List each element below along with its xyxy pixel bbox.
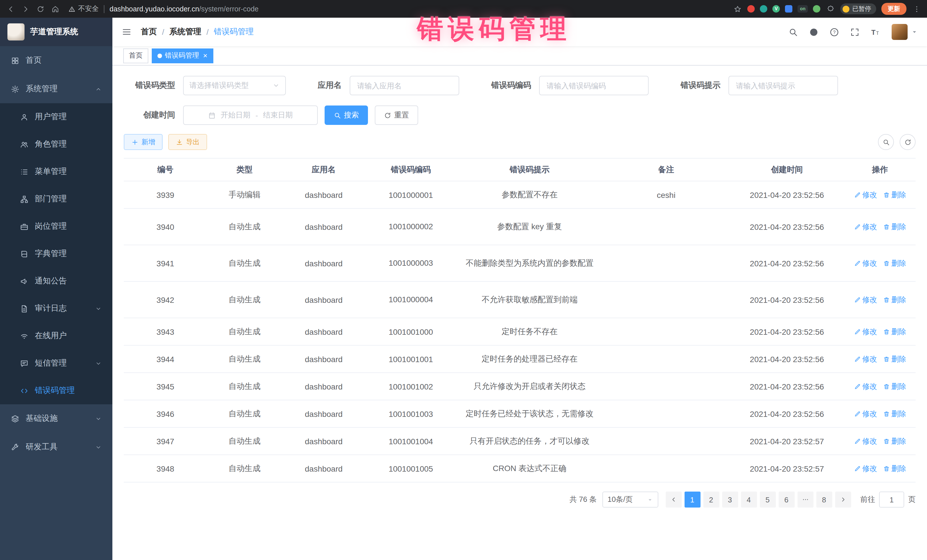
sidebar-item-user[interactable]: 用户管理	[0, 103, 112, 131]
edit-link[interactable]: 修改	[854, 408, 877, 419]
delete-link[interactable]: 删除	[883, 381, 906, 392]
hide-search-button[interactable]	[878, 134, 894, 150]
security-chip[interactable]: 不安全	[68, 4, 99, 14]
page-button-4[interactable]: 4	[741, 492, 757, 508]
delete-icon	[883, 438, 890, 445]
page-button-1[interactable]: 1	[684, 492, 700, 508]
close-tab-icon[interactable]: ×	[203, 52, 207, 59]
reload-icon[interactable]	[35, 4, 45, 14]
edit-link[interactable]: 修改	[854, 258, 877, 268]
browser-menu-icon[interactable]	[912, 4, 921, 14]
cell-type: 自动生成	[207, 427, 282, 455]
goto-page-input[interactable]	[879, 492, 904, 508]
breadcrumb-home[interactable]: 首页	[141, 27, 157, 37]
bookmark-star-icon[interactable]	[732, 4, 742, 14]
prev-page-button[interactable]	[666, 492, 681, 508]
paused-badge[interactable]: 已暂停	[840, 3, 876, 14]
more-pages-button[interactable]	[797, 492, 813, 508]
delete-link[interactable]: 删除	[883, 326, 906, 337]
refresh-table-button[interactable]	[900, 134, 916, 150]
sidebar-item-dept[interactable]: 部门管理	[0, 185, 112, 213]
error-code-input[interactable]	[539, 76, 649, 95]
sidebar-item-system[interactable]: 系统管理	[0, 75, 112, 103]
delete-link[interactable]: 删除	[883, 354, 906, 364]
delete-link[interactable]: 删除	[883, 294, 906, 305]
search-button[interactable]: 搜索	[325, 106, 368, 125]
header-search-icon[interactable]	[789, 27, 798, 37]
edit-link[interactable]: 修改	[854, 294, 877, 305]
sidebar-item-audit-log[interactable]: 审计日志	[0, 295, 112, 322]
sidebar-toggle-icon[interactable]	[122, 27, 132, 37]
cell-id: 3941	[124, 245, 207, 281]
edit-link[interactable]: 修改	[854, 354, 877, 364]
extension-icon-blue[interactable]	[785, 5, 792, 12]
error-hint-input[interactable]	[728, 76, 838, 95]
edit-link[interactable]: 修改	[854, 222, 877, 232]
tab-home[interactable]: 首页	[123, 48, 148, 63]
error-type-select[interactable]: 请选择错误码类型	[183, 76, 286, 95]
page-button-3[interactable]: 3	[722, 492, 738, 508]
vue-devtools-icon[interactable]: V	[772, 5, 780, 12]
update-button[interactable]: 更新	[881, 3, 906, 15]
sidebar-item-menu[interactable]: 菜单管理	[0, 158, 112, 185]
edit-link[interactable]: 修改	[854, 436, 877, 446]
delete-link[interactable]: 删除	[883, 258, 906, 268]
sidebar-item-post[interactable]: 岗位管理	[0, 213, 112, 240]
sidebar-item-label: 审计日志	[35, 304, 67, 314]
edit-link[interactable]: 修改	[854, 326, 877, 337]
page-size-select[interactable]: 10条/页	[602, 492, 658, 508]
cell-remark	[603, 345, 729, 373]
edit-link[interactable]: 修改	[854, 190, 877, 200]
next-page-button[interactable]	[835, 492, 851, 508]
sidebar-item-sms[interactable]: 短信管理	[0, 349, 112, 377]
help-icon[interactable]: ?	[830, 27, 839, 37]
fullscreen-icon[interactable]	[850, 27, 860, 37]
edit-link[interactable]: 修改	[854, 463, 877, 473]
page-button-8[interactable]: 8	[816, 492, 832, 508]
sidebar-item-role[interactable]: 角色管理	[0, 131, 112, 158]
user-avatar[interactable]	[892, 24, 907, 40]
tab-error-code[interactable]: 错误码管理×	[152, 48, 213, 63]
sidebar-item-online-user[interactable]: 在线用户	[0, 322, 112, 349]
delete-link[interactable]: 删除	[883, 222, 906, 232]
sidebar-item-error-code[interactable]: 错误码管理	[0, 377, 112, 404]
page-button-5[interactable]: 5	[760, 492, 775, 508]
breadcrumb-system[interactable]: 系统管理	[169, 27, 201, 37]
sidebar-item-home[interactable]: 首页	[0, 46, 112, 75]
forward-icon[interactable]	[21, 4, 30, 14]
extension-icon-green[interactable]	[813, 5, 820, 12]
sidebar-item-notice[interactable]: 通知公告	[0, 267, 112, 295]
delete-link[interactable]: 删除	[883, 190, 906, 200]
cell-error-hint: 只有开启状态的任务，才可以修改	[456, 427, 603, 455]
extensions-puzzle-icon[interactable]	[825, 4, 835, 14]
create-time-range[interactable]: 开始日期 - 结束日期	[183, 106, 318, 125]
cell-actions: 修改删除	[844, 345, 916, 373]
sidebar-item-label: 在线用户	[35, 331, 67, 341]
caret-down-icon[interactable]	[911, 29, 918, 35]
cell-type: 自动生成	[207, 400, 282, 427]
address-url[interactable]: dashboard.yudao.iocoder.cn/system/error-…	[109, 5, 259, 13]
sidebar-item-dict[interactable]: 字典管理	[0, 240, 112, 267]
sidebar-item-infra[interactable]: 基础设施	[0, 404, 112, 433]
reset-button[interactable]: 重置	[375, 106, 418, 125]
font-size-icon[interactable]: TT	[871, 27, 880, 37]
github-icon[interactable]	[809, 27, 819, 37]
page-button-2[interactable]: 2	[703, 492, 719, 508]
cell-error-code: 1001000004	[365, 281, 456, 318]
delete-link[interactable]: 删除	[883, 436, 906, 446]
delete-link[interactable]: 删除	[883, 463, 906, 473]
cell-id: 3943	[124, 318, 207, 345]
delete-link[interactable]: 删除	[883, 408, 906, 419]
add-button[interactable]: 新增	[124, 134, 163, 150]
edit-link[interactable]: 修改	[854, 381, 877, 392]
back-icon[interactable]	[6, 4, 15, 14]
extension-icon-red[interactable]	[747, 5, 755, 12]
devtools-on-badge[interactable]: on	[798, 5, 808, 12]
home-icon[interactable]	[50, 4, 60, 14]
start-date-placeholder: 开始日期	[221, 110, 251, 120]
sidebar-item-devtools[interactable]: 研发工具	[0, 433, 112, 461]
extension-icon-teal[interactable]	[760, 5, 767, 12]
page-button-6[interactable]: 6	[778, 492, 794, 508]
export-button[interactable]: 导出	[168, 134, 207, 150]
app-name-input[interactable]	[350, 76, 459, 95]
